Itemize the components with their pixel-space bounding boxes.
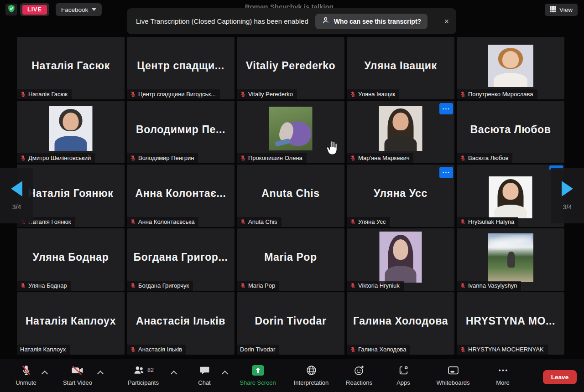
share-screen-icon xyxy=(251,365,265,376)
participant-tile[interactable]: Уляна ІващикУляна Іващик xyxy=(347,37,454,99)
transcript-button-label: Who can see this transcript? xyxy=(334,18,421,25)
participant-name-label: Анастасія Ільків xyxy=(127,345,186,355)
participant-display-name: Наталія Гоянюк xyxy=(19,165,123,222)
participant-avatar xyxy=(49,106,93,151)
participant-name-text: Наталія Гасюк xyxy=(28,91,68,98)
leave-button[interactable]: Leave xyxy=(543,370,577,384)
participant-tile[interactable]: Володимир Пе...Володимир Пенгрин xyxy=(127,101,235,163)
participants-icon xyxy=(133,365,145,376)
toolbar-participants-button[interactable]: 82Participants xyxy=(114,363,173,386)
mic-muted-icon-row xyxy=(21,363,32,377)
participant-tile[interactable]: Anuta ChisAnuta Chis xyxy=(237,165,344,227)
participant-display-name: HRYSTYNA MO... xyxy=(459,292,563,350)
participant-name-text: Уляна Іващик xyxy=(358,91,395,98)
participant-name-text: Мар'яна Маркевич xyxy=(358,155,409,161)
participant-tile[interactable]: Dorin TivodarDorin Tivodar xyxy=(237,292,344,355)
who-can-see-transcript-button[interactable]: Who can see this transcript? xyxy=(315,14,428,29)
toolbar-more-button[interactable]: More xyxy=(473,363,532,386)
close-icon[interactable]: × xyxy=(444,17,449,26)
participant-name-label: Прокопишин Олена xyxy=(237,153,307,163)
participant-tile[interactable]: Мар'яна Маркевич... xyxy=(347,101,454,163)
participant-display-name: Центр спадщи... xyxy=(129,37,233,95)
participant-tile[interactable]: Галина ХолодоваГалина Холодова xyxy=(347,292,454,355)
participant-name-label: Богдана Григорчук xyxy=(127,281,193,291)
video-off-icon xyxy=(71,365,84,376)
participant-name-text: Центр спадщини Вигодськ... xyxy=(138,91,216,98)
participant-display-name: Наталія Каплоух xyxy=(19,292,123,350)
toolbar-more-label: More xyxy=(496,379,510,386)
participant-name-label: Уляна Іващик xyxy=(347,89,399,99)
participant-more-button[interactable]: ... xyxy=(439,167,453,178)
participant-tile[interactable]: Дмитро Шелінговський xyxy=(17,101,125,163)
grid-view-icon xyxy=(550,6,556,14)
share-screen-icon-row xyxy=(251,363,265,377)
participant-tile[interactable]: Ivanna Vasylyshyn xyxy=(457,228,564,291)
participant-display-name: Наталія Гасюк xyxy=(19,37,123,95)
muted-mic-icon xyxy=(460,219,466,225)
participant-tile[interactable]: Maria PopMaria Pop xyxy=(237,228,344,291)
participant-name-label: Hrytsuliak Halyna xyxy=(457,217,518,227)
muted-mic-icon xyxy=(130,91,136,97)
view-button[interactable]: View xyxy=(545,4,578,16)
participant-tile[interactable]: Уляна УссУляна Усс... xyxy=(347,165,454,227)
participant-name-text: Dorin Tivodar xyxy=(240,346,275,353)
participant-name-label: Васюта Любов xyxy=(457,153,512,163)
muted-mic-icon xyxy=(130,219,136,225)
toolbar-chat-label: Chat xyxy=(198,379,210,386)
person-transcript-icon xyxy=(322,16,330,26)
chat-icon-row xyxy=(199,363,210,377)
participant-display-name: Vitaliy Perederko xyxy=(239,37,343,95)
participant-name-text: Богдана Григорчук xyxy=(138,282,189,289)
participant-name-text: Наталія Каплоух xyxy=(20,346,66,353)
participant-tile[interactable]: Vitaliy PerederkoVitaliy Perederko xyxy=(237,37,344,99)
participant-display-name: Уляна Іващик xyxy=(349,37,453,95)
notification-message: Live Transcription (Closed Captioning) h… xyxy=(136,17,308,25)
muted-mic-icon xyxy=(460,283,466,289)
avatar-shape xyxy=(490,235,532,250)
view-label: View xyxy=(559,6,573,13)
participant-tile[interactable]: Viktoria Hryniuk xyxy=(347,228,454,291)
avatar-shape xyxy=(393,239,408,260)
participant-name-label: Анна Колонтаєвська xyxy=(127,217,198,227)
participant-tile[interactable]: Богдана Григор...Богдана Григорчук xyxy=(127,228,235,291)
muted-mic-icon xyxy=(20,283,26,289)
participant-name-text: Володимир Пенгрин xyxy=(138,155,194,161)
muted-mic-icon xyxy=(20,91,26,97)
participant-tile[interactable]: Наталія ГасюкНаталія Гасюк xyxy=(17,37,125,99)
participant-display-name: Богдана Григор... xyxy=(129,228,233,286)
participant-name-label: Дмитро Шелінговський xyxy=(17,153,95,163)
avatar-shape xyxy=(275,138,291,147)
participant-tile[interactable]: Наталія КаплоухНаталія Каплоух xyxy=(17,292,125,355)
participant-name-text: Наталія Гоянюк xyxy=(28,218,71,225)
participant-display-name: Maria Pop xyxy=(239,228,343,286)
meeting-toolbar: Leave UnmuteStart Video82ParticipantsCha… xyxy=(0,359,584,392)
participant-tile[interactable]: Hrytsuliak Halyna xyxy=(457,165,564,227)
participant-name-text: Васюта Любов xyxy=(468,155,508,161)
participant-tile[interactable]: Уляна БоднарУляна Боднар xyxy=(17,228,125,291)
muted-mic-icon xyxy=(460,155,466,161)
participant-tile[interactable]: Центр спадщи...Центр спадщини Вигодськ..… xyxy=(127,37,235,99)
participant-name-text: Анна Колонтаєвська xyxy=(138,218,194,225)
participant-name-label: Наталія Гасюк xyxy=(17,89,72,99)
toolbar-share-screen-button[interactable]: Share Screen xyxy=(228,363,287,386)
next-page-arrow-icon[interactable] xyxy=(562,181,573,196)
participant-name-label: Ivanna Vasylyshyn xyxy=(457,281,521,291)
participant-avatar xyxy=(379,106,422,151)
participant-tile[interactable]: Полутренко Мирослава xyxy=(457,37,564,99)
toolbar-whiteboards-label: Whiteboards xyxy=(437,379,470,386)
muted-mic-icon xyxy=(130,346,136,352)
participant-tile[interactable]: Васюта ЛюбовВасюта Любов xyxy=(457,101,564,163)
page-nav-left: 3/4 xyxy=(0,168,33,223)
toolbar-unmute-button[interactable]: Unmute xyxy=(0,363,56,386)
participant-more-button[interactable]: ... xyxy=(439,103,453,114)
globe-icon-row xyxy=(306,363,317,377)
participant-name-text: Анастасія Ільків xyxy=(138,346,182,353)
participant-tile[interactable]: HRYSTYNA MO...HRYSTYNA MOCHERNYAK xyxy=(457,292,564,355)
participant-name-label: Anuta Chis xyxy=(237,217,282,227)
previous-page-arrow-icon[interactable] xyxy=(11,181,22,196)
apps-icon xyxy=(398,365,409,376)
participant-tile[interactable]: Анна Колонтає...Анна Колонтаєвська xyxy=(127,165,235,227)
participant-tile[interactable]: Анастасія ІльківАнастасія Ільків xyxy=(127,292,235,355)
participant-name-label: Наталія Каплоух xyxy=(17,345,70,355)
participant-name-text: Maria Pop xyxy=(248,282,275,289)
